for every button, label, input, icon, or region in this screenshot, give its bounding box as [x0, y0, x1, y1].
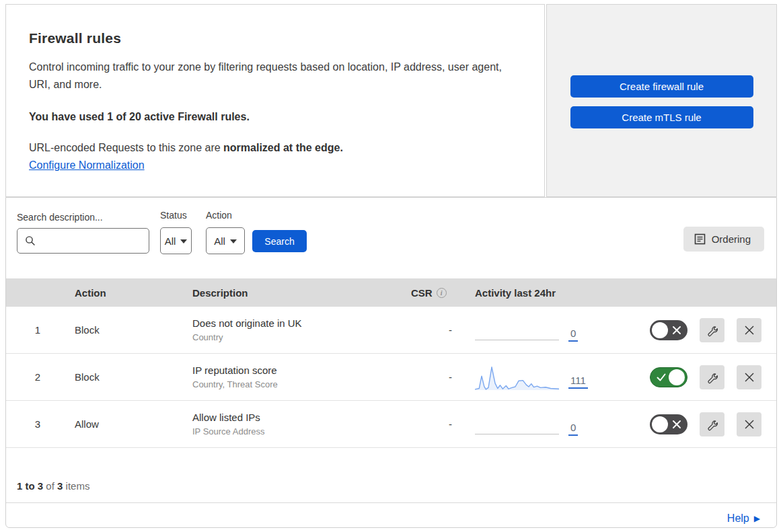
close-icon	[743, 371, 755, 383]
activity-column-header: Activity last 24hr	[470, 287, 622, 299]
activity-sparkline	[475, 412, 559, 437]
configure-normalization-link[interactable]: Configure Normalization	[29, 159, 145, 172]
rule-controls	[622, 412, 776, 436]
help-row: Help ▶	[6, 503, 776, 532]
description-column-header: Description	[187, 287, 406, 299]
rule-priority: 1	[6, 324, 69, 336]
edit-rule-button[interactable]	[700, 365, 724, 389]
wrench-icon	[706, 371, 719, 384]
rule-description-title: Does not originate in UK	[192, 317, 406, 329]
rule-controls	[622, 318, 776, 342]
rule-description: Allow listed IPs IP Source Address	[187, 412, 406, 436]
rule-action: Block	[69, 371, 187, 383]
search-button[interactable]: Search	[252, 230, 307, 252]
status-filter-value: All	[165, 235, 176, 247]
search-input[interactable]	[41, 235, 142, 246]
toggle-knob	[652, 322, 668, 338]
ordering-button[interactable]: Ordering	[683, 227, 764, 252]
rule-action: Allow	[69, 418, 187, 430]
normalization-bold: normalized at the edge.	[223, 142, 343, 153]
table-row: 3 Allow Allow listed IPs IP Source Addre…	[6, 401, 776, 448]
csr-header-label: CSR	[411, 287, 433, 299]
toggle-x-icon	[671, 325, 682, 336]
status-filter-label: Status	[160, 210, 187, 221]
rule-description-fields: Country	[192, 332, 406, 342]
rule-csr: -	[406, 324, 470, 336]
rule-description-fields: IP Source Address	[192, 426, 406, 436]
rule-csr: -	[406, 371, 470, 383]
rule-description-title: IP reputation score	[192, 365, 406, 376]
enable-toggle[interactable]	[650, 367, 687, 387]
table-row: 2 Block IP reputation score Country, Thr…	[6, 354, 776, 401]
action-filter-label: Action	[206, 210, 232, 221]
normalization-text: URL-encoded Requests to this zone are	[29, 142, 223, 153]
usage-summary: You have used 1 of 20 active Firewall ru…	[29, 111, 516, 123]
action-column-header: Action	[69, 287, 187, 299]
rule-priority: 2	[6, 371, 69, 383]
rule-description: IP reputation score Country, Threat Scor…	[187, 365, 406, 389]
rule-controls	[622, 365, 776, 389]
page-description: Control incoming traffic to your zone by…	[29, 59, 516, 93]
table-header: Action Description CSR i Activity last 2…	[6, 278, 776, 307]
ordering-button-label: Ordering	[712, 233, 751, 245]
close-icon	[743, 324, 755, 336]
search-icon	[25, 235, 36, 246]
table-row: 1 Block Does not originate in UK Country…	[6, 307, 776, 354]
firewall-rules-page: Firewall rules Control incoming traffic …	[0, 0, 781, 532]
delete-rule-button[interactable]	[737, 365, 761, 389]
arrow-right-icon: ▶	[754, 515, 760, 523]
normalization-note: URL-encoded Requests to this zone are no…	[29, 142, 516, 154]
enable-toggle[interactable]	[650, 320, 687, 340]
activity-count-link[interactable]: 111	[568, 375, 588, 389]
delete-rule-button[interactable]	[737, 318, 761, 342]
action-filter-value: All	[214, 235, 225, 247]
rule-description: Does not originate in UK Country	[187, 317, 406, 342]
pagination-items: items	[63, 480, 89, 492]
rule-activity: 0	[470, 317, 622, 343]
wrench-icon	[706, 418, 719, 431]
pagination-range: 1 to 3	[17, 480, 43, 492]
pagination-summary: 1 to 3 of 3 items	[6, 448, 776, 492]
rule-activity: 0	[470, 412, 622, 437]
action-filter-dropdown[interactable]: All	[206, 227, 245, 254]
activity-count-link[interactable]: 0	[568, 328, 578, 342]
rule-description-fields: Country, Threat Score	[192, 379, 406, 389]
info-icon[interactable]: i	[437, 288, 447, 298]
delete-rule-button[interactable]	[737, 412, 761, 436]
toggle-check-icon	[656, 372, 667, 383]
enable-toggle[interactable]	[650, 414, 687, 434]
page-title: Firewall rules	[29, 30, 516, 46]
chevron-down-icon	[180, 239, 187, 243]
toggle-knob	[669, 369, 685, 385]
toggle-x-icon	[671, 419, 682, 430]
rule-action: Block	[69, 324, 187, 336]
activity-count-link[interactable]: 0	[568, 422, 578, 436]
activity-sparkline	[475, 365, 559, 390]
toggle-knob	[652, 416, 668, 432]
pagination-of: of	[43, 480, 57, 492]
activity-sparkline	[475, 317, 559, 343]
search-label: Search description...	[17, 212, 103, 223]
search-description-field[interactable]	[17, 228, 149, 254]
chevron-down-icon	[230, 239, 237, 243]
rule-csr: -	[406, 418, 470, 430]
rule-priority: 3	[6, 418, 69, 430]
edit-rule-button[interactable]	[700, 412, 724, 436]
rule-activity: 111	[470, 365, 622, 390]
create-firewall-rule-button[interactable]: Create firewall rule	[570, 75, 753, 98]
edit-rule-button[interactable]	[700, 318, 724, 342]
actions-panel: Create firewall rule Create mTLS rule	[546, 4, 777, 197]
filter-bar: Search description... Status All Action …	[6, 198, 776, 278]
header-card: Firewall rules Control incoming traffic …	[5, 4, 545, 197]
help-link-label: Help	[727, 512, 749, 525]
help-link[interactable]: Help ▶	[727, 512, 760, 525]
create-mtls-rule-button[interactable]: Create mTLS rule	[570, 106, 753, 128]
rules-panel: Search description... Status All Action …	[5, 197, 777, 528]
rule-description-title: Allow listed IPs	[192, 412, 406, 423]
wrench-icon	[706, 324, 719, 337]
ordering-list-icon	[694, 233, 706, 245]
status-filter-dropdown[interactable]: All	[160, 227, 192, 254]
close-icon	[743, 418, 755, 430]
csr-column-header: CSR i	[406, 287, 470, 299]
